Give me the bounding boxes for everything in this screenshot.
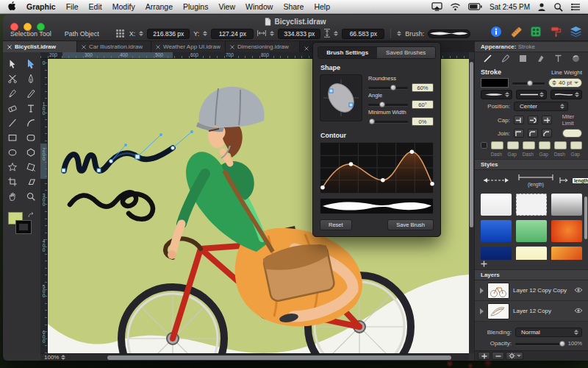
tab-brush-settings[interactable]: Brush Settings (318, 47, 377, 58)
star-tool-icon[interactable] (5, 160, 20, 173)
line-weight-slider[interactable] (512, 80, 545, 86)
rectangle-tool-icon[interactable] (5, 131, 20, 144)
menu-item-window[interactable]: Window (245, 2, 273, 11)
gap-field-1[interactable] (507, 141, 520, 149)
tab-car-illustration[interactable]: Car Illustration.idraw (77, 41, 151, 52)
style-swatch-sunset[interactable] (551, 247, 582, 260)
menu-item-file[interactable]: File (66, 2, 79, 11)
dash-field-1[interactable] (491, 141, 503, 149)
text-mode-icon[interactable] (553, 54, 563, 65)
save-brush-button[interactable]: Save Brush (387, 219, 434, 230)
menu-item-view[interactable]: View (218, 2, 235, 11)
stroke-style-dropdown-1[interactable] (481, 90, 512, 99)
layer-visibility-eye-icon[interactable] (574, 287, 583, 294)
style-swatch-green[interactable] (516, 220, 547, 242)
vscroll-thumb[interactable] (470, 62, 473, 227)
remove-layer-button[interactable] (492, 352, 504, 360)
battery-icon[interactable] (468, 3, 482, 10)
layer-row-2[interactable]: Layer 12 Copy (475, 301, 588, 322)
tab-saved-brushes[interactable]: Saved Brushes (377, 47, 436, 58)
length-label-style[interactable] (559, 177, 569, 184)
tab-bicyclist[interactable]: Bicyclist.idraw (3, 41, 77, 52)
rounded-rectangle-tool-icon[interactable] (24, 131, 38, 144)
chisel-mode-icon[interactable] (536, 54, 545, 65)
style-swatch-navy[interactable] (481, 247, 512, 260)
layers-button[interactable] (569, 25, 582, 38)
reset-button[interactable]: Reset (320, 219, 352, 230)
shadow-mode-icon[interactable] (571, 54, 581, 65)
y-field[interactable]: 127.24 px (211, 29, 254, 39)
zoom-control[interactable]: 100% (40, 354, 69, 361)
close-tab-icon[interactable] (7, 45, 12, 49)
height-stepper[interactable] (334, 31, 338, 36)
minimum-width-value[interactable]: 0% (412, 117, 434, 126)
x-stepper[interactable] (139, 31, 143, 36)
blending-dropdown[interactable]: Normal (515, 328, 582, 337)
info-button[interactable] (490, 25, 503, 38)
stroke-mode-icon[interactable] (483, 54, 492, 65)
close-tab-icon[interactable] (304, 40, 309, 54)
stroke-style-dropdown-3[interactable] (551, 90, 582, 99)
vertical-scrollbar[interactable] (469, 59, 474, 353)
eraser-tool-icon[interactable] (5, 102, 20, 114)
scissors-tool-icon[interactable] (5, 72, 20, 85)
angle-value[interactable]: 60° (412, 100, 434, 109)
contour-curve-editor[interactable] (320, 142, 434, 194)
arc-tool-icon[interactable] (24, 116, 38, 129)
close-tab-icon[interactable] (82, 45, 86, 49)
polygon-tool-icon[interactable] (24, 146, 38, 158)
menu-item-edit[interactable]: Edit (89, 2, 102, 11)
menu-item-share[interactable]: Share (283, 2, 304, 11)
menu-item-arrange[interactable]: Arrange (146, 2, 173, 11)
style-swatch-red-orange[interactable] (551, 220, 582, 242)
anchor-grid-icon[interactable] (116, 29, 124, 38)
brush-preview-well[interactable] (428, 29, 470, 38)
menu-item-modify[interactable]: Modify (112, 2, 135, 11)
tab-dimensioning[interactable]: Dimensioning.idraw (226, 41, 300, 52)
zoom-stepper[interactable] (61, 355, 65, 360)
swatches-button[interactable] (529, 25, 542, 38)
dashed-arrow-style[interactable] (479, 177, 513, 184)
opacity-slider[interactable] (515, 341, 564, 347)
line-tool-icon[interactable] (5, 116, 20, 129)
dimension-line-style[interactable]: (length) (517, 174, 555, 187)
hscroll-thumb[interactable] (107, 355, 451, 360)
ruler-button[interactable] (509, 25, 523, 38)
fill-mode-icon[interactable] (518, 54, 528, 65)
style-swatch-cream[interactable] (516, 247, 547, 260)
join-round-button[interactable] (528, 129, 538, 138)
angle-slider[interactable] (368, 102, 408, 107)
menu-item-help[interactable]: Help (314, 2, 330, 11)
miter-limit-field[interactable] (562, 129, 582, 138)
menu-item-plugins[interactable]: Plugins (183, 2, 208, 11)
layer-row-1[interactable]: Layer 12 Copy Copy (475, 280, 588, 301)
cap-square-button[interactable] (542, 116, 552, 124)
shape-edit-tool-icon[interactable] (24, 160, 38, 173)
user-icon[interactable] (537, 2, 546, 12)
tab-weather-app-ui[interactable]: Weather App UI.idraw (151, 41, 226, 52)
width-field[interactable]: 334.833 px (278, 29, 320, 39)
direct-selection-tool-icon[interactable] (24, 57, 38, 70)
x-field[interactable]: 216.836 px (147, 29, 190, 39)
brush-shape-preview[interactable] (320, 74, 362, 121)
roundness-slider[interactable] (368, 85, 408, 91)
artboard-tool-icon[interactable] (5, 175, 20, 188)
gap-field-3[interactable] (570, 141, 583, 149)
style-swatch-gray-gradient[interactable] (551, 194, 582, 216)
pencil-tool-icon[interactable] (24, 87, 38, 99)
stroke-color-well[interactable] (481, 78, 509, 88)
disclosure-triangle-icon[interactable] (480, 308, 484, 314)
brush-stepper[interactable] (397, 31, 401, 36)
cap-round-button[interactable] (528, 116, 538, 124)
spotlight-search-icon[interactable] (553, 2, 563, 12)
horizontal-scrollbar[interactable]: 100% (40, 353, 469, 361)
roundness-value[interactable]: 60% (412, 83, 434, 92)
disclosure-triangle-icon[interactable] (480, 288, 484, 294)
gap-field-2[interactable] (539, 141, 551, 149)
brush-mode-icon[interactable] (501, 54, 510, 65)
display-mirroring-icon[interactable] (431, 1, 442, 12)
stroke-style-dropdown-2[interactable] (516, 90, 548, 99)
shear-tool-icon[interactable] (24, 175, 38, 188)
add-layer-button[interactable] (478, 352, 490, 360)
minimum-width-slider[interactable] (368, 118, 408, 124)
